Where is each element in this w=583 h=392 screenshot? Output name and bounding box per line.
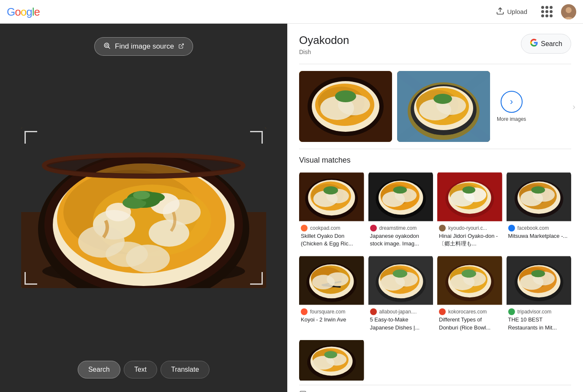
upload-button[interactable]: Upload <box>491 4 532 19</box>
match-card-3[interactable]: facebook.com Mitsuwa Marketplace -... <box>507 172 572 251</box>
svg-point-4 <box>106 44 108 46</box>
svg-point-90 <box>327 272 349 286</box>
match-source-5: allabout-japan.... <box>368 306 433 316</box>
related-image-2[interactable] <box>397 71 490 142</box>
match-title-5: 5 Easy-to-Make Japanese Dishes |... <box>368 316 433 335</box>
match-title-4: Koyoi - 2 Irwin Ave <box>299 316 364 327</box>
match-source-1: dreamstime.com <box>368 222 433 232</box>
match-title-3: Mitsuwa Marketplace -... <box>507 232 572 243</box>
search-tab-button[interactable]: Search <box>78 361 120 378</box>
google-search-button[interactable]: Search <box>521 34 571 54</box>
avatar[interactable] <box>561 4 576 19</box>
match-image-5 <box>368 255 433 306</box>
source-favicon-5 <box>370 308 377 315</box>
source-name-3: facebook.com <box>518 225 549 231</box>
match-title-2: Hinai Jidori Oyako-don -〔郷土料理も... <box>437 232 502 251</box>
source-favicon-1 <box>370 225 377 231</box>
source-favicon-4 <box>301 308 308 315</box>
crop-bracket-bl <box>25 272 37 285</box>
svg-point-98 <box>392 270 407 278</box>
match-image-4 <box>299 255 364 306</box>
source-favicon-7 <box>508 308 515 315</box>
match-card-1[interactable]: dreamstime.com Japanese oyakodon stock i… <box>368 172 433 251</box>
dish-info: Oyakodon Dish <box>299 34 349 55</box>
upload-icon <box>496 7 504 16</box>
search-button-label: Search <box>541 40 562 48</box>
crop-bracket-tl <box>25 131 37 144</box>
match-source-2: kyoudo-ryouri.c... <box>437 222 502 232</box>
left-panel: Find image source <box>0 24 287 392</box>
food-photo <box>21 128 266 288</box>
match-image-2 <box>437 172 502 222</box>
feedback-question: Did you find these results useful? <box>299 390 391 392</box>
match-card-2[interactable]: kyoudo-ryouri.c... Hinai Jidori Oyako-do… <box>437 172 502 251</box>
source-name-6: kokorocares.com <box>448 309 487 315</box>
match-source-3: facebook.com <box>507 222 572 232</box>
source-name-2: kyoudo-ryouri.c... <box>448 225 487 231</box>
main-content: Find image source <box>0 24 583 392</box>
visual-matches-grid: cookpad.com Skillet Oyako Don (Chicken &… <box>299 172 571 335</box>
title-section: Oyakodon Dish Search <box>299 34 571 55</box>
divider <box>299 64 571 64</box>
text-tab-button[interactable]: Text <box>124 361 157 378</box>
google-g-icon <box>530 38 538 49</box>
divider-2 <box>299 149 571 149</box>
svg-point-20 <box>106 242 148 267</box>
visual-matches-title: Visual matches <box>299 156 571 165</box>
svg-point-106 <box>462 270 477 278</box>
svg-point-56 <box>324 186 338 194</box>
match-card-7[interactable]: tripadvisor.com THE 10 BEST Restaurants … <box>507 255 572 335</box>
scroll-right-arrow[interactable]: › <box>572 102 575 112</box>
dish-type: Dish <box>299 49 349 55</box>
apps-button[interactable] <box>539 4 554 19</box>
crop-bracket-br <box>250 272 263 285</box>
lens-icon <box>103 42 111 51</box>
visual-matches-row-3 <box>299 339 571 381</box>
source-name-1: dreamstime.com <box>379 225 417 231</box>
related-image-1[interactable] <box>299 71 392 142</box>
more-images-label: More images <box>497 116 526 122</box>
header: Google Upload <box>0 0 583 24</box>
match-source-4: foursquare.com <box>299 306 364 316</box>
match-image-1 <box>368 172 433 222</box>
svg-point-73 <box>462 186 475 193</box>
upload-label: Upload <box>507 8 527 15</box>
svg-point-36 <box>335 90 356 102</box>
feedback-icon <box>299 390 307 392</box>
translate-tab-button[interactable]: Translate <box>161 361 210 378</box>
source-favicon-3 <box>508 225 515 231</box>
svg-point-64 <box>393 186 407 193</box>
svg-point-114 <box>531 270 545 277</box>
match-image-0 <box>299 172 364 222</box>
match-card-0[interactable]: cookpad.com Skillet Oyako Don (Chicken &… <box>299 172 364 251</box>
match-card-4[interactable]: foursquare.com Koyoi - 2 Irwin Ave <box>299 255 364 335</box>
match-card-6[interactable]: kokorocares.com Different Types of Donbu… <box>437 255 502 335</box>
dish-name: Oyakodon <box>299 34 349 47</box>
svg-point-2 <box>566 7 572 13</box>
more-images-button[interactable]: › More images <box>497 91 526 122</box>
match-image-3 <box>507 172 572 222</box>
match-title-1: Japanese oyakodon stock image. Imag... <box>368 232 433 251</box>
related-images-section: › More images › <box>299 71 571 142</box>
match-source-6: kokorocares.com <box>437 306 502 316</box>
source-name-4: foursquare.com <box>310 309 345 315</box>
google-logo: Google <box>7 5 40 18</box>
match-title-6: Different Types of Donburi (Rice Bowl... <box>437 316 502 335</box>
match-title-7: THE 10 BEST Restaurants in Mit... <box>507 316 572 335</box>
feedback-bar: Did you find these results useful? Yes N… <box>299 385 571 392</box>
find-image-source-bar[interactable]: Find image source <box>94 37 193 56</box>
source-name-5: allabout-japan.... <box>379 309 417 315</box>
match-image-7 <box>507 255 572 306</box>
food-image <box>21 128 266 288</box>
bottom-toolbar: Search Text Translate <box>78 361 210 378</box>
match-image-6 <box>437 255 502 306</box>
source-favicon-6 <box>439 308 446 315</box>
external-link-icon <box>178 43 184 50</box>
header-actions: Upload <box>491 4 576 19</box>
visual-matches-section: Visual matches <box>299 156 571 335</box>
svg-point-28 <box>46 157 241 174</box>
source-favicon-0 <box>301 225 308 231</box>
apps-grid-icon <box>541 6 553 17</box>
match-card-8[interactable] <box>299 339 364 381</box>
match-card-5[interactable]: allabout-japan.... 5 Easy-to-Make Japane… <box>368 255 433 335</box>
